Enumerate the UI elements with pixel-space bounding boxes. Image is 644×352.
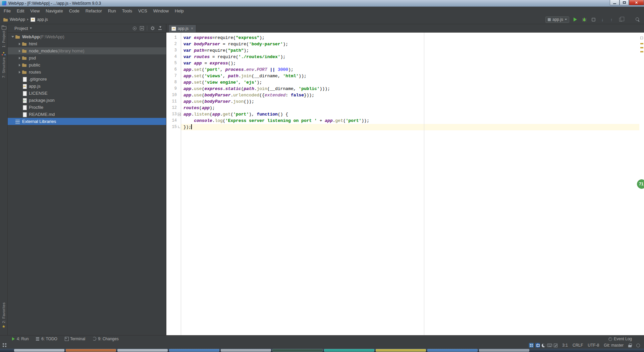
code-line-1[interactable]: 1var express=require("express"); xyxy=(166,35,644,41)
ime-settings-icon[interactable] xyxy=(554,344,557,347)
menu-item-file[interactable]: File xyxy=(1,7,14,15)
tree-item-external-libraries[interactable]: External Libraries xyxy=(8,118,166,125)
close-button[interactable]: × xyxy=(629,0,644,5)
menu-item-edit[interactable]: Edit xyxy=(14,7,27,15)
tool-window-toggle-icon[interactable] xyxy=(3,343,7,347)
tree-item-html[interactable]: html xyxy=(8,40,166,47)
tool-button-favorites[interactable]: 2: Favorites ★ xyxy=(2,302,6,328)
tool-button-structure[interactable]: 7: Structure xyxy=(2,52,6,78)
vcs-update-button[interactable]: ↓ xyxy=(599,16,605,23)
menu-item-help[interactable]: Help xyxy=(172,7,187,15)
readonly-lock-icon[interactable] xyxy=(628,343,632,347)
highlighting-level-icon[interactable] xyxy=(636,344,640,347)
run-config-select[interactable]: app.js xyxy=(545,16,569,23)
warning-stripe-mark[interactable] xyxy=(640,47,643,48)
editor[interactable]: 1var express=require("express");2var bod… xyxy=(166,33,644,335)
locate-file-icon[interactable] xyxy=(132,26,137,31)
hide-panel-icon[interactable] xyxy=(158,26,162,30)
taskbar-button-8[interactable] xyxy=(376,349,426,352)
taskbar-button-3[interactable] xyxy=(117,349,168,352)
debug-button[interactable] xyxy=(581,16,587,23)
taskbar-button-7[interactable] xyxy=(324,349,374,352)
menu-item-window[interactable]: Window xyxy=(150,7,172,15)
code-line-2[interactable]: 2var bodyParser = require('body-parser')… xyxy=(166,41,644,47)
tool-button-event-log[interactable]: Event Log xyxy=(606,336,635,342)
git-branch-selector[interactable]: Git: master xyxy=(604,343,624,348)
tree-item-gitignore[interactable]: .gitignore xyxy=(8,76,166,83)
run-button[interactable] xyxy=(572,16,578,23)
taskbar-button-5[interactable] xyxy=(221,349,271,352)
code-line-3[interactable]: 3var path=require("path"); xyxy=(166,47,644,54)
code-line-8[interactable]: 8app.set('view engine', 'ejs'); xyxy=(166,79,644,86)
menu-item-tools[interactable]: Tools xyxy=(119,7,135,15)
taskbar-button-10[interactable] xyxy=(479,349,529,352)
tool-button-terminal[interactable]: Terminal xyxy=(62,336,88,342)
taskbar-button-2[interactable] xyxy=(66,349,116,352)
taskbar-button-9[interactable] xyxy=(427,349,478,352)
diff-button[interactable] xyxy=(618,16,624,23)
fold-marker-icon[interactable] xyxy=(178,113,181,116)
code-line-7[interactable]: 7app.set('views', path.join(__dirname, '… xyxy=(166,73,644,79)
tree-item-license[interactable]: LICENSE xyxy=(8,90,166,97)
collapse-all-icon[interactable] xyxy=(140,26,144,30)
notification-badge[interactable]: 71 xyxy=(637,179,644,189)
menu-item-view[interactable]: View xyxy=(27,7,43,15)
code-line-4[interactable]: 4var routes = require('./routes/index'); xyxy=(166,54,644,60)
code-line-15[interactable]: 15}); xyxy=(166,124,644,130)
taskbar-button-1[interactable] xyxy=(14,349,64,352)
tree-item-procfile[interactable]: Procfile xyxy=(8,104,166,111)
ime-grid-icon[interactable] xyxy=(529,343,534,348)
caret-position[interactable]: 3:1 xyxy=(562,343,568,348)
line-separator-selector[interactable]: CRLF xyxy=(573,343,583,348)
tool-button-4-run[interactable]: 4: Run xyxy=(9,336,31,342)
tree-item-routes[interactable]: routes xyxy=(8,69,166,76)
maximize-button[interactable] xyxy=(620,0,629,5)
warning-stripe-mark[interactable] xyxy=(640,43,643,44)
tree-item-readme-md[interactable]: README.md xyxy=(8,111,166,118)
tab-appjs[interactable]: JS app.js × xyxy=(168,25,196,32)
code-area[interactable]: 1var express=require("express");2var bod… xyxy=(166,35,644,130)
tree-item-public[interactable]: public xyxy=(8,61,166,69)
minimize-button[interactable] xyxy=(610,0,620,5)
code-line-13[interactable]: 13app.listen(app.get('port'), function()… xyxy=(166,111,644,118)
project-view-selector[interactable]: Project xyxy=(14,26,32,31)
breadcrumb-webapp[interactable]: WebApp xyxy=(10,17,25,22)
code-line-9[interactable]: 9app.use(express.static(path.join(__dirn… xyxy=(166,86,644,92)
coverage-button[interactable] xyxy=(590,16,596,23)
tree-item-webapp[interactable]: WebApp (F:\WebApp) xyxy=(8,33,166,40)
inspection-indicator[interactable] xyxy=(640,37,643,39)
tree-item-node-modules[interactable]: node_modules (library home) xyxy=(8,47,166,54)
tool-button-9-changes[interactable]: 9: Changes xyxy=(90,336,121,342)
tree-item-psd[interactable]: psd xyxy=(8,54,166,61)
menu-item-code[interactable]: Code xyxy=(66,7,83,15)
settings-gear-icon[interactable] xyxy=(150,26,155,31)
tree-expanded-icon[interactable] xyxy=(10,36,15,38)
menu-item-navigate[interactable]: Navigate xyxy=(43,7,66,15)
fold-marker-icon[interactable] xyxy=(178,126,180,128)
tree-collapsed-icon[interactable] xyxy=(17,57,22,59)
code-line-14[interactable]: 14 console.log('Express server listening… xyxy=(166,118,644,124)
ime-mode-icon[interactable] xyxy=(542,344,545,347)
search-everywhere-button[interactable] xyxy=(635,16,641,23)
code-line-12[interactable]: 12routes(app); xyxy=(166,105,644,111)
taskbar-button-4[interactable] xyxy=(169,349,219,352)
encoding-selector[interactable]: UTF-8 xyxy=(588,343,599,348)
tool-button-6-todo[interactable]: 6: TODO xyxy=(33,336,60,342)
menu-item-run[interactable]: Run xyxy=(105,7,119,15)
tool-button-project[interactable]: 1: Project xyxy=(2,26,6,47)
vcs-commit-button[interactable]: ↑ xyxy=(608,16,614,23)
tree-collapsed-icon[interactable] xyxy=(17,43,22,45)
menu-item-refactor[interactable]: Refactor xyxy=(83,7,105,15)
tree-collapsed-icon[interactable] xyxy=(17,64,22,67)
code-line-10[interactable]: 10app.use(bodyParser.urlencoded({extende… xyxy=(166,92,644,98)
breadcrumb-appjs[interactable]: app.js xyxy=(37,17,48,22)
tree-item-package-json[interactable]: package.json xyxy=(8,97,166,104)
code-line-6[interactable]: 6app.set('port', process.env.PORT || 300… xyxy=(166,67,644,73)
taskbar-button-6[interactable] xyxy=(272,349,323,352)
ime-chinese-icon[interactable] xyxy=(535,343,540,348)
code-line-11[interactable]: 11app.use(bodyParser.json()); xyxy=(166,98,644,105)
tree-collapsed-icon[interactable] xyxy=(17,71,22,74)
code-line-5[interactable]: 5var app = express(); xyxy=(166,60,644,67)
tree-item-app-js[interactable]: app.js xyxy=(8,83,166,90)
warning-stripe-mark[interactable] xyxy=(640,51,643,52)
